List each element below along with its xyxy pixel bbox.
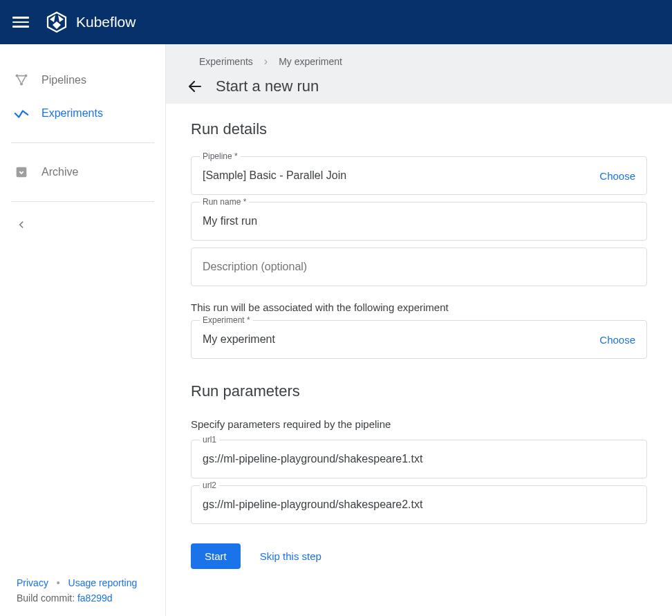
- breadcrumb: Experiments › My experiment: [199, 55, 639, 68]
- dot-separator: •: [57, 577, 60, 588]
- sidebar-item-label: Archive: [41, 166, 78, 178]
- form-actions: Start Skip this step: [191, 543, 647, 569]
- param-url2-field[interactable]: url2: [191, 485, 647, 524]
- archive-icon: [14, 165, 29, 180]
- build-commit-link[interactable]: fa8299d: [77, 592, 113, 604]
- pipelines-icon: [14, 73, 29, 88]
- svg-rect-3: [17, 167, 27, 178]
- usage-reporting-link[interactable]: Usage reporting: [68, 577, 138, 588]
- run-name-field[interactable]: Run name *: [191, 202, 647, 241]
- chevron-left-icon: [17, 220, 26, 230]
- run-name-input[interactable]: [203, 215, 635, 227]
- breadcrumb-experiments[interactable]: Experiments: [199, 56, 253, 67]
- pipeline-input[interactable]: [203, 169, 599, 182]
- run-parameters-heading: Run parameters: [191, 382, 647, 400]
- kubeflow-logo-icon: [46, 11, 68, 33]
- back-arrow-icon[interactable]: [187, 78, 203, 95]
- run-name-label: Run name *: [200, 197, 249, 207]
- sidebar-item-label: Experiments: [41, 107, 103, 120]
- form-content: Run details Pipeline * Choose Run name *…: [166, 104, 672, 616]
- sidebar-footer: Privacy • Usage reporting Build commit: …: [0, 577, 165, 616]
- main-area: Experiments › My experiment Start a new …: [166, 44, 672, 616]
- param-url1-input[interactable]: [203, 453, 635, 465]
- svg-point-0: [16, 75, 19, 77]
- sidebar-item-experiments[interactable]: Experiments: [0, 97, 165, 130]
- breadcrumb-my-experiment[interactable]: My experiment: [279, 56, 342, 67]
- svg-point-2: [20, 82, 23, 85]
- sidebar: Pipelines Experiments Archive: [0, 44, 166, 616]
- choose-pipeline-button[interactable]: Choose: [599, 170, 635, 182]
- chevron-right-icon: ›: [264, 55, 268, 68]
- skip-step-button[interactable]: Skip this step: [260, 550, 321, 562]
- pipeline-field[interactable]: Pipeline * Choose: [191, 156, 647, 195]
- experiments-icon: [14, 106, 29, 121]
- experiment-field[interactable]: Experiment * Choose: [191, 320, 647, 359]
- experiment-input[interactable]: [203, 333, 599, 346]
- brand-name: Kubeflow: [76, 14, 136, 30]
- build-commit-label: Build commit:: [17, 592, 75, 604]
- start-button[interactable]: Start: [191, 543, 241, 569]
- pipeline-label: Pipeline *: [200, 151, 241, 161]
- param-url2-input[interactable]: [203, 498, 635, 511]
- app-header: Kubeflow: [0, 0, 672, 44]
- hamburger-menu-icon[interactable]: [12, 14, 29, 30]
- sidebar-item-pipelines[interactable]: Pipelines: [0, 64, 165, 97]
- svg-point-1: [24, 75, 27, 77]
- sidebar-item-archive[interactable]: Archive: [0, 156, 165, 189]
- sidebar-item-label: Pipelines: [41, 74, 86, 86]
- sidebar-divider: [11, 201, 154, 202]
- run-parameters-subtext: Specify parameters required by the pipel…: [191, 418, 647, 430]
- privacy-link[interactable]: Privacy: [17, 577, 48, 588]
- experiment-association-note: This run will be associated with the fol…: [191, 301, 647, 313]
- param-label: url2: [200, 480, 219, 490]
- choose-experiment-button[interactable]: Choose: [599, 334, 635, 346]
- sidebar-divider: [11, 142, 154, 143]
- param-label: url1: [200, 435, 219, 445]
- experiment-label: Experiment *: [200, 315, 253, 325]
- run-details-heading: Run details: [191, 120, 647, 138]
- collapse-sidebar-button[interactable]: [0, 214, 165, 238]
- param-url1-field[interactable]: url1: [191, 440, 647, 478]
- description-input[interactable]: [203, 261, 635, 273]
- page-title: Start a new run: [216, 77, 319, 95]
- page-header: Experiments › My experiment Start a new …: [166, 44, 672, 104]
- description-field[interactable]: [191, 248, 647, 286]
